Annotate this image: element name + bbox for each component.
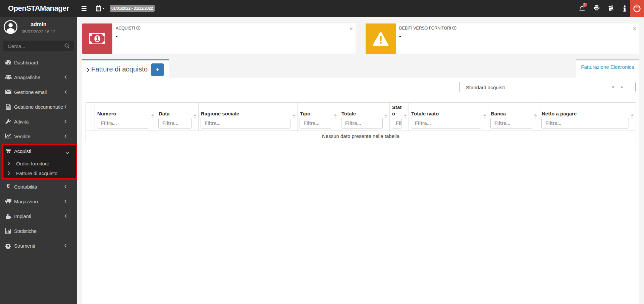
svg-text:?: ? — [138, 26, 139, 30]
svg-text:?: ? — [453, 26, 455, 30]
